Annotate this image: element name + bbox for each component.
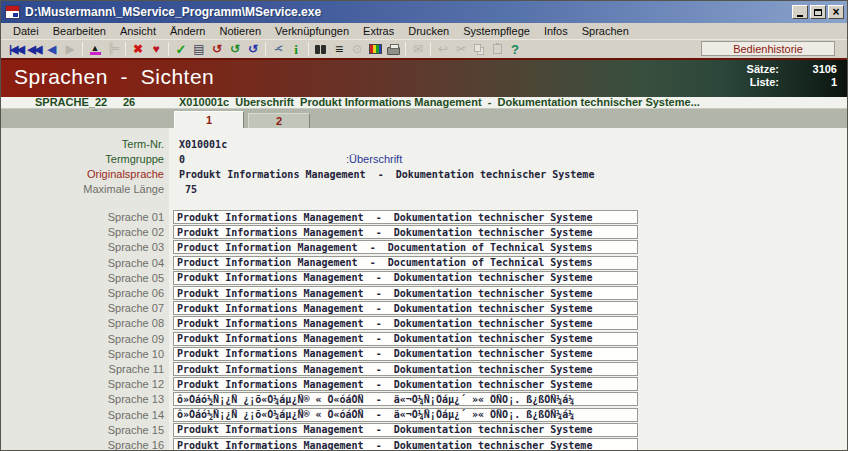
menu-item-bearbeiten[interactable]: Bearbeiten (46, 25, 113, 37)
language-label-06: Sprache 06 (1, 286, 164, 300)
mail-icon[interactable]: ✉ (409, 41, 427, 57)
info-icon[interactable]: i (287, 41, 305, 57)
language-input-14[interactable] (173, 408, 638, 422)
language-input-08[interactable] (173, 316, 638, 330)
delete-icon[interactable]: ✖ (129, 41, 147, 57)
refresh-green-icon[interactable]: ↺ (226, 41, 244, 57)
menu-item-infos[interactable]: Infos (537, 25, 575, 37)
bedienhistorie-button[interactable]: Bedienhistorie (701, 41, 835, 56)
next-record-icon[interactable]: ▶ (61, 41, 79, 57)
title-bar: D:\Mustermann\_MService_Programm\MServic… (1, 1, 847, 23)
first-record-icon[interactable]: |◀◀ (7, 41, 25, 57)
tab-1[interactable]: 1 (174, 111, 244, 129)
tab-2[interactable]: 2 (248, 113, 310, 129)
cut-icon[interactable]: ✂ (452, 41, 470, 57)
menu-item-sprachen[interactable]: Sprachen (575, 25, 636, 37)
language-label-01: Sprache 01 (1, 210, 164, 224)
language-label-05: Sprache 05 (1, 271, 164, 285)
tab-strip: 1 2 (1, 108, 847, 128)
print-icon[interactable] (384, 41, 402, 57)
toolbar-separator (308, 42, 309, 56)
list-icon[interactable]: ≡ (330, 41, 348, 57)
menu-bar: DateiBearbeitenAnsichtÄndernNotierenVerk… (1, 23, 847, 40)
language-input-13[interactable] (173, 392, 638, 406)
language-label-11: Sprache 11 (1, 362, 164, 376)
language-input-16[interactable] (173, 438, 638, 451)
max-laenge-value: 75 (179, 183, 197, 196)
liste-label: Liste: (747, 76, 779, 88)
language-input-03[interactable] (173, 240, 638, 254)
language-input-09[interactable] (173, 332, 638, 346)
language-input-01[interactable] (173, 210, 638, 224)
term-nr-value: X010001c (179, 138, 227, 151)
preview-eye-icon[interactable]: ⊙ (348, 41, 366, 57)
menu-item-datei[interactable]: Datei (6, 25, 46, 37)
favorite-icon[interactable]: ♥ (147, 41, 165, 57)
termgruppe-value: 0 (179, 153, 185, 166)
originalsprache-label: Originalsprache (1, 168, 164, 181)
link-branch-icon[interactable]: -< (269, 41, 287, 57)
saetze-label: Sätze: (747, 63, 779, 75)
language-input-15[interactable] (173, 423, 638, 437)
copy-icon[interactable] (470, 41, 488, 57)
language-input-11[interactable] (173, 362, 638, 376)
refresh-blue-icon[interactable]: ↺ (244, 41, 262, 57)
termgruppe-label: Termgruppe (1, 153, 164, 166)
refresh-red-icon[interactable]: ↺ (208, 41, 226, 57)
record-stats: Sätze: 3106 Liste: 1 (747, 63, 837, 88)
max-laenge-label: Maximale Länge (1, 183, 164, 196)
toolbar-separator (82, 42, 83, 56)
toolbar-separator (168, 42, 169, 56)
confirm-icon[interactable]: ✓ (172, 41, 190, 57)
rewind-icon[interactable]: ◀◀ (25, 41, 43, 57)
language-input-06[interactable] (173, 286, 638, 300)
menu-item-notieren[interactable]: Notieren (212, 25, 268, 37)
menu-item-systempflege[interactable]: Systempflege (456, 25, 537, 37)
language-label-07: Sprache 07 (1, 301, 164, 315)
language-label-04: Sprache 04 (1, 256, 164, 270)
language-input-12[interactable] (173, 377, 638, 391)
form-content: Term-Nr. X010001c Termgruppe 0 :Überschr… (1, 128, 847, 451)
menu-item-verknpfungen[interactable]: Verknüpfungen (268, 25, 356, 37)
search-binoculars-icon[interactable] (312, 41, 330, 57)
toolbar-separator (125, 42, 126, 56)
previous-record-icon[interactable]: ◀ (43, 41, 61, 57)
menu-item-drucken[interactable]: Drucken (401, 25, 456, 37)
record-row: SPRACHE_22 26 X010001c Überschrift Produ… (1, 97, 847, 108)
language-label-02: Sprache 02 (1, 225, 164, 239)
app-window: D:\Mustermann\_MService_Programm\MServic… (0, 0, 848, 451)
menu-item-ansicht[interactable]: Ansicht (113, 25, 163, 37)
language-input-04[interactable] (173, 256, 638, 270)
liste-value: 1 (785, 76, 837, 88)
maximize-button[interactable] (810, 5, 826, 19)
close-button[interactable]: × (828, 5, 844, 19)
language-input-07[interactable] (173, 301, 638, 315)
minimize-button[interactable] (792, 5, 808, 19)
language-input-05[interactable] (173, 271, 638, 285)
language-label-08: Sprache 08 (1, 316, 164, 330)
undo-icon[interactable]: ↩ (434, 41, 452, 57)
import-icon[interactable]: ▲ (86, 41, 104, 57)
help-icon[interactable]: ? (506, 41, 524, 57)
language-label-09: Sprache 09 (1, 332, 164, 346)
page-title: Sprachen - Sichten (14, 65, 214, 89)
menu-item-extras[interactable]: Extras (356, 25, 401, 37)
form-view-icon[interactable]: ▤ (190, 41, 208, 57)
record-count: 26 (123, 97, 135, 107)
window-title: D:\Mustermann\_MService_Programm\MServic… (25, 5, 792, 19)
termgruppe-note: :Überschrift (346, 153, 402, 166)
paste-icon[interactable] (488, 41, 506, 57)
language-label-16: Sprache 16 (1, 438, 164, 451)
language-input-02[interactable] (173, 225, 638, 239)
term-nr-label: Term-Nr. (1, 138, 164, 151)
originalsprache-value: Produkt Informations Management - Dokume… (179, 168, 594, 181)
tree-icon[interactable]: ╠═ (104, 41, 122, 57)
record-field-name: SPRACHE_22 (35, 97, 107, 107)
image-icon[interactable] (366, 41, 384, 57)
language-label-03: Sprache 03 (1, 240, 164, 254)
language-input-10[interactable] (173, 347, 638, 361)
language-label-13: Sprache 13 (1, 392, 164, 406)
toolbar-separator (405, 42, 406, 56)
menu-item-ndern[interactable]: Ändern (163, 25, 212, 37)
language-label-14: Sprache 14 (1, 408, 164, 422)
